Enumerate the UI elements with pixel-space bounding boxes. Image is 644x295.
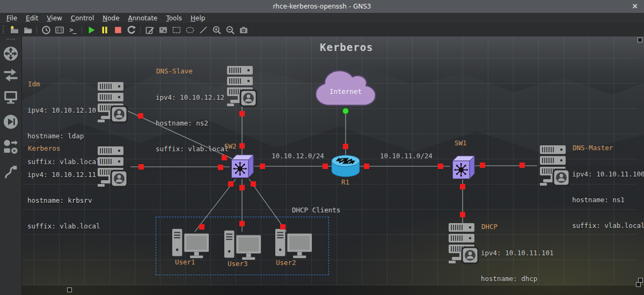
rectangle-tool-icon: [172, 25, 181, 35]
annotation-line: hostname: ns1: [572, 196, 644, 204]
node-label-user3[interactable]: User3: [228, 260, 248, 268]
draw-ellipse-button[interactable]: [184, 24, 195, 35]
open-project-button[interactable]: [22, 24, 33, 35]
server-icon: [443, 223, 480, 265]
node-sw2-switch[interactable]: [229, 153, 254, 179]
switch-icon: [229, 153, 254, 179]
link-status-indicator: [460, 212, 465, 217]
link-status-indicator: [138, 164, 144, 169]
annotation-dhcp-info[interactable]: ipv4: 10.10.11.101 hostname: dhcp suffix…: [481, 232, 553, 295]
switch-icon: [450, 154, 475, 180]
node-label-dns-master[interactable]: DNS-Master: [573, 144, 613, 152]
sidebar-switches-button[interactable]: [2, 66, 20, 84]
title-bar: rhce-kerberos-openssh - GNS3 ×: [0, 0, 644, 13]
menu-item-tools[interactable]: Tools: [162, 14, 186, 23]
link-status-indicator: [364, 164, 369, 169]
add-note-button[interactable]: [144, 24, 155, 35]
reload-icon: [127, 25, 136, 35]
link-status-indicator: [323, 164, 328, 169]
sidebar-security-devices-button[interactable]: [2, 113, 20, 131]
node-label-internet[interactable]: Internet: [316, 87, 376, 95]
interface-labels-icon: [55, 25, 64, 35]
console-connect-button[interactable]: >_: [67, 24, 78, 35]
network-label-right[interactable]: 10.10.11.0/24: [380, 152, 433, 160]
node-label-sw1[interactable]: SW1: [455, 139, 467, 147]
draw-line-button[interactable]: [197, 24, 209, 35]
annotation-line: hostname: ldap: [27, 132, 100, 141]
node-user1-pc[interactable]: [171, 227, 210, 261]
reload-all-button[interactable]: [126, 24, 137, 35]
zoom-in-button[interactable]: [211, 24, 222, 35]
edit-note-icon: [145, 25, 155, 35]
node-label-user1[interactable]: User1: [175, 258, 195, 266]
menu-item-node[interactable]: Node: [98, 14, 123, 23]
node-user2-pc[interactable]: [274, 227, 313, 261]
router-icon: [331, 154, 361, 179]
insert-image-button[interactable]: [157, 24, 169, 35]
toolbar-separator: [140, 26, 141, 34]
node-r1-router[interactable]: [331, 154, 361, 179]
menu-item-edit[interactable]: Edit: [21, 14, 42, 23]
scrollbar-arrow-left[interactable]: [67, 287, 72, 292]
image-icon: [158, 25, 168, 35]
menu-item-annotate[interactable]: Annotate: [124, 14, 162, 23]
sidebar-routers-button[interactable]: [2, 45, 20, 63]
link-status-indicator: [239, 221, 245, 226]
node-label-user2[interactable]: User2: [276, 259, 296, 267]
menu-item-view[interactable]: View: [42, 14, 66, 23]
ellipse-tool-icon: [185, 25, 195, 35]
link-status-indicator: [138, 113, 143, 119]
node-user3-pc[interactable]: [223, 229, 262, 262]
node-label-dns-slave[interactable]: DNS-Slave: [156, 67, 193, 75]
dhcp-clients-group-label[interactable]: DHCP Clients: [292, 206, 340, 214]
close-icon: ×: [632, 2, 638, 10]
sidebar-add-link-button[interactable]: [2, 163, 20, 181]
annotation-line: ipv4: 10.10.12.10: [27, 106, 100, 115]
scrollbar-arrow-right[interactable]: [636, 282, 641, 287]
link-status-indicator: [438, 164, 443, 169]
topology-canvas[interactable]: DHCP Clients Kerberos 10.10.12.0/24 10.1…: [22, 36, 644, 295]
node-dns-master-server[interactable]: [534, 145, 572, 187]
topology-title[interactable]: Kerberos: [320, 41, 374, 53]
node-label-kerberos[interactable]: Kerberos: [28, 144, 60, 152]
menu-item-help[interactable]: Help: [186, 14, 209, 23]
link-status-indicator: [343, 144, 348, 149]
link-status-indicator: [239, 111, 245, 116]
annotation-kerberos-info[interactable]: ipv4: 10.10.12.11 hostname: krbsrv suffi…: [27, 153, 100, 248]
annotation-line: hostname: krbsrv: [27, 196, 100, 205]
network-label-left[interactable]: 10.10.12.0/24: [272, 152, 324, 160]
link-status-indicator: [199, 224, 204, 230]
suspend-all-button[interactable]: [99, 24, 110, 35]
device-sidebar: [0, 36, 22, 295]
start-all-button[interactable]: [85, 24, 97, 35]
node-label-dhcp[interactable]: DHCP: [481, 223, 497, 231]
menu-item-file[interactable]: File: [2, 14, 21, 23]
annotation-dns-master-info[interactable]: ipv4: 10.10.11.100 hostname: ns1 suffix:…: [572, 153, 644, 247]
new-project-folder-icon: [10, 25, 19, 35]
node-sw1-switch[interactable]: [450, 154, 475, 180]
new-project-button[interactable]: [9, 24, 20, 35]
toolbar-drag-handle[interactable]: [3, 26, 5, 34]
node-label-r1[interactable]: R1: [341, 178, 349, 186]
node-dhcp-server[interactable]: [443, 223, 480, 265]
stop-icon: [113, 25, 123, 35]
annotation-line: ipv4: 10.10.11.101: [481, 249, 553, 257]
sidebar-all-devices-button[interactable]: [2, 138, 20, 156]
zoom-out-button[interactable]: [224, 24, 236, 35]
menu-item-control[interactable]: Control: [67, 14, 98, 23]
link-status-indicator: [260, 164, 265, 169]
annotation-dns-slave-info[interactable]: ipv4: 10.10.12.12 hostname: ns2 suffix: …: [156, 76, 228, 171]
annotation-line: suffix: vlab.local: [156, 145, 228, 153]
interface-labels-button[interactable]: [54, 24, 65, 35]
scrollbar-arrow-up[interactable]: [638, 38, 642, 42]
snapshot-button[interactable]: [40, 24, 52, 35]
screenshot-button[interactable]: [238, 24, 249, 35]
stop-all-button[interactable]: [112, 24, 123, 35]
monitor-icon: [3, 88, 19, 105]
zoom-out-icon: [225, 25, 235, 35]
sidebar-end-devices-button[interactable]: [2, 87, 20, 106]
close-button[interactable]: ×: [631, 2, 639, 11]
node-label-idm[interactable]: Idm: [28, 80, 40, 88]
sidebar-drag-handle[interactable]: [6, 39, 15, 40]
draw-rectangle-button[interactable]: [171, 24, 182, 35]
